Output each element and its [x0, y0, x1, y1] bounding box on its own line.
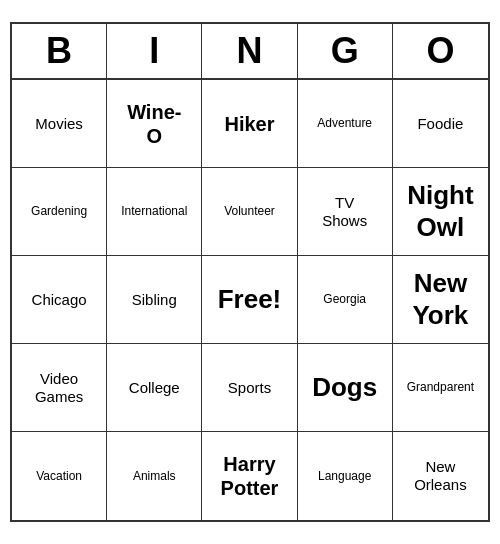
cell-text-4: Foodie	[417, 115, 463, 133]
bingo-cell-0: Movies	[12, 80, 107, 168]
bingo-cell-2: Hiker	[202, 80, 297, 168]
bingo-cell-8: TVShows	[298, 168, 393, 256]
bingo-cell-12: Free!	[202, 256, 297, 344]
bingo-cell-19: Grandparent	[393, 344, 488, 432]
bingo-cell-10: Chicago	[12, 256, 107, 344]
bingo-cell-15: VideoGames	[12, 344, 107, 432]
cell-text-16: College	[129, 379, 180, 397]
bingo-cell-5: Gardening	[12, 168, 107, 256]
bingo-header: BINGO	[12, 24, 488, 80]
cell-text-23: Language	[318, 469, 371, 483]
header-letter-i: I	[107, 24, 202, 78]
header-letter-n: N	[202, 24, 297, 78]
cell-text-3: Adventure	[317, 116, 372, 130]
cell-text-9: NightOwl	[407, 180, 473, 242]
bingo-cell-22: HarryPotter	[202, 432, 297, 520]
cell-text-20: Vacation	[36, 469, 82, 483]
bingo-cell-21: Animals	[107, 432, 202, 520]
cell-text-21: Animals	[133, 469, 176, 483]
bingo-cell-6: International	[107, 168, 202, 256]
cell-text-12: Free!	[218, 284, 282, 315]
cell-text-2: Hiker	[224, 112, 274, 136]
header-letter-b: B	[12, 24, 107, 78]
bingo-cell-23: Language	[298, 432, 393, 520]
cell-text-19: Grandparent	[407, 380, 474, 394]
bingo-card: BINGO MoviesWine-OHikerAdventureFoodieGa…	[10, 22, 490, 522]
bingo-cell-7: Volunteer	[202, 168, 297, 256]
cell-text-7: Volunteer	[224, 204, 275, 218]
bingo-cell-17: Sports	[202, 344, 297, 432]
cell-text-5: Gardening	[31, 204, 87, 218]
bingo-cell-16: College	[107, 344, 202, 432]
bingo-cell-9: NightOwl	[393, 168, 488, 256]
header-letter-g: G	[298, 24, 393, 78]
cell-text-8: TVShows	[322, 194, 367, 230]
bingo-cell-13: Georgia	[298, 256, 393, 344]
cell-text-14: NewYork	[412, 268, 468, 330]
cell-text-11: Sibling	[132, 291, 177, 309]
cell-text-6: International	[121, 204, 187, 218]
bingo-cell-11: Sibling	[107, 256, 202, 344]
bingo-cell-3: Adventure	[298, 80, 393, 168]
bingo-cell-18: Dogs	[298, 344, 393, 432]
cell-text-18: Dogs	[312, 372, 377, 403]
cell-text-13: Georgia	[323, 292, 366, 306]
cell-text-0: Movies	[35, 115, 83, 133]
cell-text-22: HarryPotter	[221, 452, 279, 500]
cell-text-24: NewOrleans	[414, 458, 467, 494]
cell-text-17: Sports	[228, 379, 271, 397]
cell-text-10: Chicago	[32, 291, 87, 309]
header-letter-o: O	[393, 24, 488, 78]
cell-text-15: VideoGames	[35, 370, 83, 406]
bingo-grid: MoviesWine-OHikerAdventureFoodieGardenin…	[12, 80, 488, 520]
cell-text-1: Wine-O	[127, 100, 181, 148]
bingo-cell-1: Wine-O	[107, 80, 202, 168]
bingo-cell-24: NewOrleans	[393, 432, 488, 520]
bingo-cell-4: Foodie	[393, 80, 488, 168]
bingo-cell-14: NewYork	[393, 256, 488, 344]
bingo-cell-20: Vacation	[12, 432, 107, 520]
